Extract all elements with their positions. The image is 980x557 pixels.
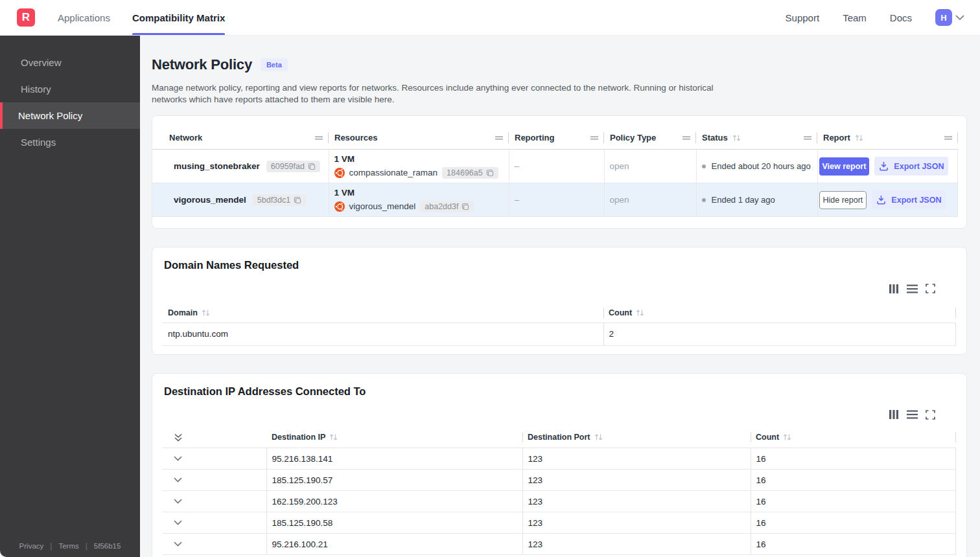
- col-report[interactable]: Report: [817, 127, 958, 150]
- destinations-card: Destination IP Addresses Connected To De…: [152, 373, 967, 557]
- column-resize-handle[interactable]: [495, 135, 504, 141]
- resource-name[interactable]: vigorous_mendel: [349, 201, 416, 211]
- sort-icon[interactable]: [636, 309, 644, 317]
- chevron-down-icon: [174, 477, 182, 483]
- domains-table: Domain Count ntp.ubuntu.com 2: [163, 304, 956, 346]
- main-content: Network Policy Beta Manage network polic…: [140, 36, 980, 557]
- nav-team[interactable]: Team: [843, 12, 867, 23]
- terms-link[interactable]: Terms: [58, 542, 78, 550]
- destination-count: 16: [751, 512, 956, 534]
- double-chevron-down-icon: [174, 433, 183, 442]
- col-network[interactable]: Network: [152, 127, 329, 150]
- network-id-badge[interactable]: 5bdf3dc1: [253, 194, 306, 206]
- sort-icon[interactable]: [783, 433, 791, 441]
- columns-icon[interactable]: [889, 409, 899, 420]
- chevron-down-icon: [174, 541, 182, 547]
- copy-icon: [486, 169, 494, 177]
- destination-port: 123: [522, 470, 751, 491]
- col-count[interactable]: Count: [751, 427, 956, 448]
- resource-name[interactable]: compassionate_raman: [349, 168, 438, 177]
- sort-icon[interactable]: [855, 134, 863, 142]
- destination-row[interactable]: 162.159.200.123 123 16: [163, 491, 956, 512]
- network-name: musing_stonebraker: [174, 161, 260, 171]
- chevron-down-icon: [955, 15, 964, 21]
- destination-row[interactable]: 185.125.190.58 123 16: [163, 512, 956, 534]
- col-status[interactable]: Status: [696, 127, 817, 150]
- expand-all-button[interactable]: [163, 427, 266, 448]
- fullscreen-icon[interactable]: [926, 284, 935, 293]
- chevron-down-icon: [174, 499, 182, 504]
- column-resize-handle[interactable]: [314, 135, 323, 141]
- ubuntu-icon: [334, 201, 345, 212]
- primary-tabs: Applications Compatibility Matrix: [58, 0, 225, 35]
- destinations-table: Destination IP Destination Port Count 95…: [163, 427, 956, 556]
- domain-value: ntp.ubuntu.com: [163, 323, 603, 345]
- destination-row[interactable]: 185.125.190.57 123 16: [163, 470, 956, 491]
- nav-support[interactable]: Support: [786, 12, 820, 23]
- col-reporting[interactable]: Reporting: [509, 127, 604, 150]
- columns-icon[interactable]: [889, 284, 899, 294]
- col-domain[interactable]: Domain: [163, 304, 603, 323]
- destination-port: 123: [522, 491, 751, 512]
- network-id-badge[interactable]: 60959fad: [266, 161, 320, 172]
- expand-row-button[interactable]: [174, 520, 261, 525]
- user-menu[interactable]: H: [935, 9, 964, 26]
- sidebar-item-overview[interactable]: Overview: [0, 49, 140, 76]
- export-json-button[interactable]: Export JSON: [874, 157, 948, 176]
- nav-tab-applications[interactable]: Applications: [58, 0, 110, 35]
- column-resize-handle[interactable]: [944, 135, 953, 141]
- hide-report-button[interactable]: Hide report: [819, 191, 867, 209]
- destination-row[interactable]: 95.216.100.21 123 16: [163, 534, 956, 555]
- sort-icon[interactable]: [329, 433, 338, 441]
- destination-count: 16: [751, 470, 956, 491]
- nav-tab-compatibility-matrix[interactable]: Compatibility Matrix: [132, 0, 225, 35]
- destination-row[interactable]: 95.216.138.141 123 16: [163, 448, 956, 470]
- resource-id-badge[interactable]: 184696a5: [442, 167, 498, 179]
- rows-icon[interactable]: [907, 284, 918, 294]
- sidebar-item-settings[interactable]: Settings: [0, 129, 140, 155]
- rows-icon[interactable]: [907, 409, 918, 420]
- user-avatar[interactable]: H: [935, 9, 952, 26]
- build-hash: 5f56b15: [94, 542, 121, 550]
- policy-type-value: open: [610, 195, 629, 205]
- view-report-button[interactable]: View report: [819, 157, 870, 176]
- destination-ip: 185.125.190.57: [266, 470, 522, 491]
- fullscreen-icon[interactable]: [926, 410, 935, 420]
- privacy-link[interactable]: Privacy: [19, 542, 44, 550]
- column-resize-handle[interactable]: [682, 135, 691, 141]
- expand-row-button[interactable]: [174, 477, 261, 483]
- copy-icon: [294, 196, 301, 204]
- column-resize-handle[interactable]: [803, 135, 812, 141]
- column-resize-handle[interactable]: [590, 135, 599, 141]
- expand-row-button[interactable]: [174, 541, 261, 547]
- destinations-toolbar: [163, 409, 956, 420]
- expand-row-button[interactable]: [174, 499, 261, 504]
- expand-row-button[interactable]: [174, 456, 261, 461]
- col-destination-ip[interactable]: Destination IP: [266, 427, 522, 448]
- col-resources[interactable]: Resources: [329, 127, 509, 150]
- sort-icon[interactable]: [732, 134, 741, 142]
- page-description: Manage network policy, reporting and vie…: [152, 82, 738, 106]
- status-dot: [702, 165, 706, 168]
- network-row[interactable]: musing_stonebraker60959fad 1 VM compassi…: [152, 150, 958, 183]
- page-title: Network Policy: [152, 56, 252, 73]
- sidebar-item-history[interactable]: History: [0, 76, 140, 102]
- status-dot: [702, 198, 706, 202]
- sort-icon[interactable]: [594, 433, 603, 441]
- top-navigation: R Applications Compatibility Matrix Supp…: [0, 0, 980, 36]
- domain-row[interactable]: ntp.ubuntu.com 2: [163, 323, 956, 345]
- destination-ip: 95.216.138.141: [266, 448, 522, 470]
- col-policy-type[interactable]: Policy Type: [604, 127, 696, 150]
- sidebar: Overview History Network Policy Settings…: [0, 36, 140, 557]
- domains-card: Domain Names Requested Domain Count ntp.…: [152, 247, 967, 355]
- col-count[interactable]: Count: [603, 304, 956, 323]
- nav-docs[interactable]: Docs: [890, 12, 912, 23]
- resource-id-badge[interactable]: aba2dd3f: [420, 201, 474, 212]
- sidebar-item-network-policy[interactable]: Network Policy: [0, 102, 140, 129]
- network-row[interactable]: vigorous_mendel5bdf3dc1 1 VM vigorous_me…: [152, 183, 958, 217]
- sort-icon[interactable]: [202, 309, 210, 317]
- download-icon: [876, 195, 886, 205]
- app-logo[interactable]: R: [17, 8, 35, 27]
- col-destination-port[interactable]: Destination Port: [522, 427, 751, 448]
- export-json-button[interactable]: Export JSON: [872, 190, 946, 209]
